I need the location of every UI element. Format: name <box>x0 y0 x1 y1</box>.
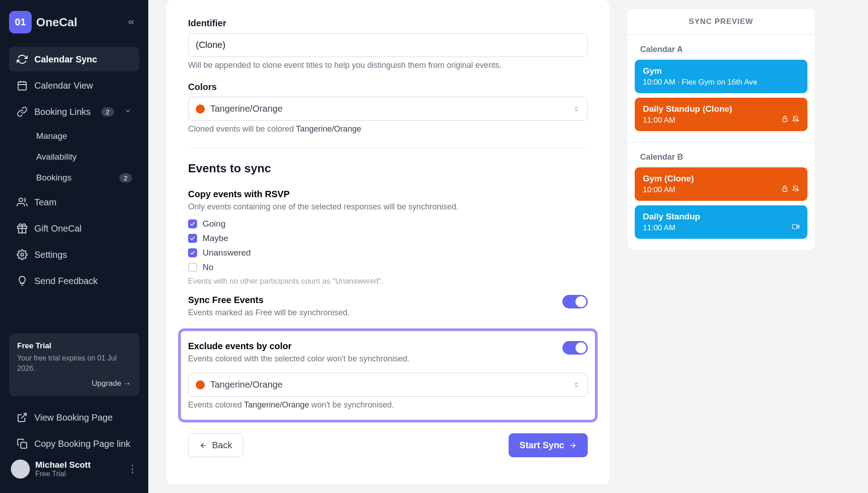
sidebar-badge: 2 <box>101 107 114 117</box>
lock-icon <box>781 115 788 125</box>
rsvp-desc: Only events containing one of the select… <box>188 202 588 212</box>
event-title: Gym <box>643 66 799 76</box>
trial-card: Free Trial Your free trial expires on 01… <box>9 333 139 396</box>
svg-rect-12 <box>783 188 787 191</box>
rsvp-label: Copy events with RSVP <box>188 189 588 199</box>
exclude-help: Events colored Tangerine/Orange won't be… <box>188 400 588 410</box>
colors-select[interactable]: Tangerine/Orange <box>188 97 588 121</box>
checkbox-no[interactable] <box>188 263 197 272</box>
colors-label: Colors <box>188 82 588 92</box>
checkbox-label: No <box>203 262 213 272</box>
upgrade-link[interactable]: Upgrade → <box>17 379 131 388</box>
preview-event: Gym (Clone) 10:00 AM <box>635 167 807 201</box>
sidebar-item-label: Calendar View <box>34 81 93 91</box>
preview-event: Gym 10:00 AM · Flex Gym on 16th Ave <box>635 60 807 93</box>
event-time: 11:00 AM <box>643 116 799 125</box>
svg-point-4 <box>19 198 23 202</box>
avatar <box>11 460 30 479</box>
start-sync-button[interactable]: Start Sync <box>509 433 588 457</box>
colors-help: Cloned events will be colored Tangerine/… <box>188 124 588 134</box>
svg-point-7 <box>21 253 24 256</box>
sidebar-item-manage[interactable]: Manage <box>29 126 139 147</box>
checkbox-label: Going <box>203 219 226 229</box>
exclude-toggle[interactable] <box>562 341 588 355</box>
team-icon <box>16 196 28 208</box>
sidebar-item-feedback[interactable]: Send Feedback <box>9 269 139 293</box>
chevron-down-icon <box>124 107 132 117</box>
back-button[interactable]: Back <box>188 433 243 457</box>
sidebar-item-calendar-sync[interactable]: Calendar Sync <box>9 47 139 71</box>
link-icon <box>16 106 28 118</box>
app-logo[interactable]: 01 OneCal <box>9 11 77 33</box>
color-dot-icon <box>196 380 205 389</box>
sidebar-item-label: Bookings <box>36 173 71 183</box>
logo-text: OneCal <box>36 15 77 29</box>
color-dot-icon <box>196 104 205 114</box>
calendar-a-label: Calendar A <box>635 41 807 60</box>
event-time: 10:00 AM · Flex Gym on 16th Ave <box>643 78 799 87</box>
sidebar-item-label: Team <box>34 197 57 208</box>
checkbox-label: Unanswered <box>203 248 251 258</box>
copy-icon <box>16 438 28 450</box>
lightbulb-icon <box>16 275 28 287</box>
sidebar-badge: 2 <box>119 173 132 183</box>
preview-event: Daily Standup (Clone) 11:00 AM <box>635 98 807 131</box>
exclude-color-select[interactable]: Tangerine/Orange <box>188 373 588 397</box>
sidebar-item-label: Availability <box>36 152 76 162</box>
sidebar: 01 OneCal Calendar Sync Calendar View Bo… <box>0 0 148 493</box>
event-time: 10:00 AM <box>643 185 799 194</box>
sidebar-item-label: View Booking Page <box>34 412 113 423</box>
sync-free-label: Sync Free Events <box>188 295 553 305</box>
sidebar-collapse-button[interactable] <box>123 14 139 30</box>
arrow-right-icon <box>569 441 577 450</box>
calendar-b-label: Calendar B <box>635 149 807 167</box>
trial-desc: Your free trial expires on 01 Jul 2026. <box>17 353 131 374</box>
svg-rect-0 <box>18 82 26 90</box>
preview-event: Daily Standup 11:00 AM <box>635 205 807 239</box>
checkbox-unanswered[interactable] <box>188 248 197 257</box>
calendar-icon <box>16 80 28 91</box>
sidebar-item-settings[interactable]: Settings <box>9 242 139 267</box>
identifier-input[interactable] <box>188 33 588 57</box>
gift-icon <box>16 223 28 234</box>
event-title: Gym (Clone) <box>643 174 799 184</box>
identifier-help: Will be appended to clone event titles t… <box>188 61 588 70</box>
content-card: Identifier Will be appended to clone eve… <box>166 0 609 484</box>
logo-badge: 01 <box>9 11 32 33</box>
rsvp-note: Events with no other participants count … <box>188 277 588 286</box>
sidebar-item-gift[interactable]: Gift OneCal <box>9 216 139 241</box>
updown-chevron-icon <box>573 380 580 389</box>
sync-free-toggle[interactable] <box>562 295 588 308</box>
sidebar-item-team[interactable]: Team <box>9 190 139 214</box>
svg-rect-11 <box>783 119 787 122</box>
user-menu-button[interactable]: ⋮ <box>127 463 137 475</box>
sidebar-item-calendar-view[interactable]: Calendar View <box>9 73 139 98</box>
svg-rect-14 <box>793 224 797 228</box>
divider <box>188 147 588 148</box>
copy-booking-link[interactable]: Copy Booking Page link <box>9 431 139 456</box>
lock-icon <box>781 185 788 194</box>
sidebar-item-booking-links[interactable]: Booking Links 2 <box>9 100 139 124</box>
identifier-label: Identifier <box>188 18 588 28</box>
colors-value: Tangerine/Orange <box>210 104 283 114</box>
sidebar-item-bookings[interactable]: Bookings 2 <box>29 167 139 188</box>
external-link-icon <box>16 412 28 423</box>
svg-marker-13 <box>797 225 799 228</box>
event-time: 11:00 AM <box>643 223 799 232</box>
sidebar-item-label: Send Feedback <box>34 276 98 286</box>
sidebar-item-label: Copy Booking Page link <box>34 439 130 449</box>
exclude-desc: Events colored with the selected color w… <box>188 354 553 364</box>
svg-rect-8 <box>21 442 27 448</box>
user-row[interactable]: Michael Scott Free Trial ⋮ <box>9 456 139 482</box>
sidebar-item-label: Gift OneCal <box>34 223 81 234</box>
view-booking-page-link[interactable]: View Booking Page <box>9 405 139 430</box>
event-title: Daily Standup (Clone) <box>643 104 799 114</box>
preview-title: SYNC PREVIEW <box>627 9 815 35</box>
updown-chevron-icon <box>573 104 580 114</box>
exclude-color-value: Tangerine/Orange <box>210 379 283 390</box>
sidebar-item-availability[interactable]: Availability <box>29 147 139 167</box>
checkbox-maybe[interactable] <box>188 234 197 243</box>
chevron-left-icon <box>127 18 136 27</box>
checkbox-going[interactable] <box>188 219 197 228</box>
user-plan: Free Trial <box>35 470 90 478</box>
